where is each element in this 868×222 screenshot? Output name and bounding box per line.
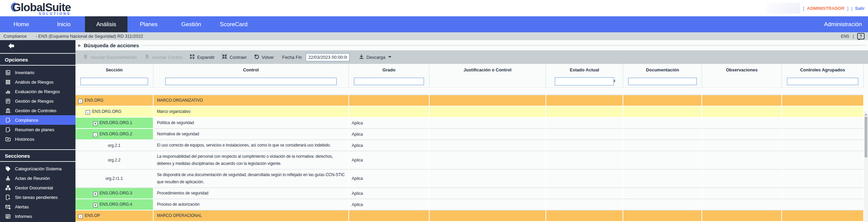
column-header-seccion[interactable]: Sección — [75, 64, 154, 75]
observaciones-cell — [702, 188, 782, 199]
documentacion-cell — [623, 210, 702, 222]
bar-chart-icon — [5, 88, 11, 95]
bracket: [ — [803, 6, 804, 11]
stamp-icon — [5, 175, 11, 181]
filter-input-documentacion[interactable] — [628, 78, 697, 85]
tab-administracion[interactable]: Administración — [824, 16, 868, 32]
tag-icon — [5, 166, 11, 172]
sidebar-back-button[interactable] — [0, 40, 75, 54]
estado-cell — [546, 118, 623, 129]
filter-cell-observaciones — [702, 75, 782, 88]
sidebar-item-label: Categorización Sistema — [15, 166, 62, 171]
logout-link[interactable]: Salir — [855, 6, 865, 11]
tab-scorecard[interactable]: ScoreCard — [212, 16, 255, 32]
section-cell: +ENS.ORG.ORG.1 — [75, 118, 154, 129]
controles-cell — [782, 106, 864, 118]
help-icon[interactable]: ? — [857, 33, 865, 39]
back-arrow-icon — [7, 42, 15, 51]
filter-select-estado[interactable] — [555, 77, 614, 86]
expand-icon — [189, 54, 195, 61]
documentacion-cell — [623, 118, 702, 129]
expandir-button[interactable]: Expandir — [187, 54, 217, 61]
column-header-controles[interactable]: Controles Agrupados — [782, 64, 864, 75]
sidebar-item-resumen-de-planes[interactable]: Resumen de planes — [0, 125, 75, 134]
sidebar-item-hist-ricos[interactable]: Históricos — [0, 134, 75, 144]
tab-análisis[interactable]: Análisis — [85, 16, 127, 32]
logo-text: GlobalSuite — [12, 2, 71, 13]
section-code: org.2.r1.1 — [105, 176, 123, 181]
tab-planes[interactable]: Planes — [127, 16, 170, 32]
button-label: Contraer — [229, 55, 247, 60]
control-cell: El uso correcto de equipos, servicios e … — [154, 140, 349, 151]
justificacion-cell — [430, 210, 546, 222]
sidebar-item-label: Gestor Documental — [15, 185, 53, 190]
table-row: -ENS.OPMARCO OPERACIONAL — [75, 210, 864, 222]
table-row: +ENS.ORG.ORG.3Procedimientos de segurida… — [75, 188, 864, 199]
grado-cell: Aplica — [349, 129, 430, 140]
expand-node-toggle[interactable]: + — [93, 121, 98, 126]
filter-input-controles[interactable] — [787, 78, 858, 85]
filter-cell-estado — [546, 75, 623, 88]
volver-button[interactable]: Volver — [251, 54, 276, 61]
tab-gestión[interactable]: Gestión — [170, 16, 212, 32]
tab-inicio[interactable]: Inicio — [42, 16, 85, 32]
column-header-estado[interactable]: Estado Actual — [546, 64, 623, 75]
sidebar-item-informes[interactable]: Informes — [0, 211, 75, 221]
sidebar-item-gesti-n-de-controles[interactable]: Gestión de Controles — [0, 106, 75, 115]
collapse-node-toggle[interactable]: - — [78, 99, 83, 103]
column-header-grado[interactable]: Grado — [349, 64, 430, 75]
section-cell: -ENS.ORG — [75, 95, 154, 106]
contraer-button[interactable]: Contraer — [219, 54, 249, 61]
sidebar-item-gesti-n-de-riesgos[interactable]: Gestión de Riesgos — [0, 96, 75, 106]
filter-input-seccion[interactable] — [80, 78, 148, 85]
filter-input-grado[interactable] — [354, 78, 424, 85]
vertical-scrollbar[interactable] — [864, 112, 868, 222]
estado-cell — [546, 95, 623, 106]
sidebar-item-inventario[interactable]: Inventario — [0, 68, 75, 77]
filter-cell-controles — [782, 75, 864, 88]
filter-input-control[interactable] — [165, 78, 337, 85]
control-cell: Política de seguridad — [154, 118, 349, 129]
column-header-documentacion[interactable]: Documentación — [623, 64, 702, 75]
documentacion-cell — [623, 170, 702, 188]
section-code: ENS.ORG.ORG.1 — [100, 120, 132, 125]
collapse-node-toggle[interactable]: - — [86, 110, 90, 115]
collapse-node-toggle[interactable]: - — [78, 214, 83, 219]
column-header-observaciones[interactable]: Observaciones — [702, 64, 782, 75]
column-header-justificacion[interactable]: Justificación o Control — [430, 64, 546, 75]
app-header: GlobalSuite SOLUTIONS [ ADMINISTRADOR ] … — [0, 0, 868, 16]
justificacion-cell — [430, 106, 546, 118]
document-edit-icon — [5, 126, 11, 133]
sidebar-item-evaluaci-n-de-riesgos[interactable]: Evaluación de Riesgos — [0, 87, 75, 96]
sidebar-section: SeccionesCategorización SistemaActas de … — [0, 149, 75, 222]
button-label: Expandir — [197, 55, 214, 60]
scroll-up-icon[interactable] — [865, 113, 867, 115]
fecha-fin-input[interactable] — [306, 53, 350, 62]
section-cell: org.2.2 — [75, 151, 154, 170]
collapse-node-toggle[interactable]: - — [93, 133, 98, 137]
caret-down-icon — [388, 56, 392, 59]
section-code: ENS.ORG.ORG.4 — [100, 202, 132, 207]
sidebar-item-gestor-documental[interactable]: Gestor Documental — [0, 183, 75, 192]
sidebar-item-actas-de-reuni-n[interactable]: Actas de Reunión — [0, 173, 75, 183]
grado-cell — [349, 210, 430, 222]
documentacion-cell — [623, 95, 702, 106]
grado-cell: Aplica — [349, 199, 430, 210]
tab-home[interactable]: Home — [0, 16, 42, 32]
estado-cell — [546, 129, 623, 140]
expand-node-toggle[interactable]: + — [93, 192, 98, 196]
column-header-control[interactable]: Control — [154, 64, 349, 75]
sidebar-item-categorizaci-n-sistema[interactable]: Categorización Sistema — [0, 164, 75, 173]
control-cell: MARCO OPERACIONAL — [154, 210, 349, 222]
folder-plus-icon — [5, 136, 11, 142]
panel-collapse-icon[interactable]: ▶ — [78, 43, 81, 48]
observaciones-cell — [702, 95, 782, 106]
sidebar-item-alertas[interactable]: Alertas — [0, 202, 75, 211]
descarga-button[interactable]: Descarga — [356, 54, 394, 61]
expand-node-toggle[interactable]: + — [93, 203, 98, 207]
sidebar-item-sin-tareas-pendientes[interactable]: Sin tareas pendientes — [0, 192, 75, 202]
sidebar-item-compliance[interactable]: Compliance — [0, 115, 75, 125]
sidebar-item-an-lisis-de-riesgos[interactable]: Análisis de Riesgos — [0, 77, 75, 87]
documentacion-cell — [623, 129, 702, 140]
scrollbar-thumb[interactable] — [865, 117, 867, 157]
